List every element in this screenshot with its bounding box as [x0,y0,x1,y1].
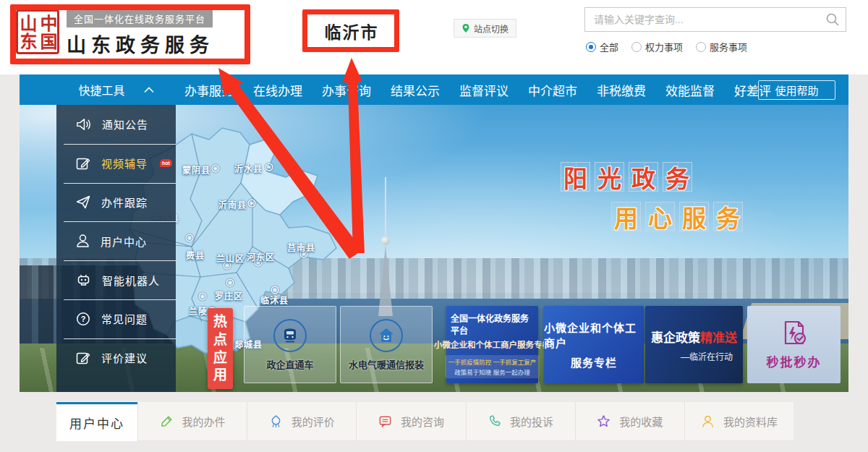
pencil-icon [160,414,174,428]
my-library-button[interactable]: 我的资料库 [684,402,793,440]
nav-item-feishui-jiaofei[interactable]: 非税缴费 [597,81,646,99]
sidebar-item-user-center[interactable]: 用户中心 [56,221,176,260]
robot-icon [76,273,91,287]
question-icon: ? [76,312,90,326]
sidebar-item-robot[interactable]: 智能机器人 [56,260,176,299]
phone-icon [488,414,501,428]
feedback-icon [76,351,90,365]
district-hedong[interactable]: 河东区 [247,250,275,263]
search-box [584,7,846,32]
my-complaints-button[interactable]: 我的投诉 [466,402,575,440]
scope-all[interactable]: 全部 [586,40,618,54]
flash-doc-icon [780,319,809,348]
site-switch-button[interactable]: 站点切换 [454,19,516,38]
tab-user-center[interactable]: 用户中心 [56,402,137,441]
sidebar-item-faq[interactable]: ? 常见问题 [56,299,176,338]
nav-item-jiandu-pingyi[interactable]: 监督评议 [459,81,509,99]
current-city: 临沂市 [304,9,399,52]
sidebar-item-feedback[interactable]: 评价建议 [56,338,176,378]
scope-power-items[interactable]: 权力事项 [631,40,683,54]
search-scope-group: 全部 权力事项 服务事项 [586,40,747,54]
card-utility-installation[interactable]: 水电气暖通信报装 [340,306,433,383]
paper-plane-icon [76,195,90,209]
user-center-bar: 用户中心 我的办件 我的评价 我的咨询 我的投诉 我的收藏 [56,402,793,441]
card-small-business-platform[interactable]: 全国一体化政务服务平台 小微企业和个体工商户服务专栏 一手抓疫情防控 一手抓复工… [446,306,538,383]
district-lanshan[interactable]: 兰山区 [216,252,244,264]
sidebar-item-tracking[interactable]: 办件跟踪 [56,183,176,222]
radio-selected-icon [586,42,596,52]
search-icon [825,12,840,27]
location-pin-icon [461,23,470,33]
video-edit-icon [76,156,90,171]
chevron-up-icon [144,87,154,93]
radio-icon [631,42,642,52]
banner: 平邑县 蒙阴县 沂水县 沂南县 费县 兰山区 河东区 莒南县 罗庄区 临沭县 兰… [20,105,848,392]
nav-items: 办事服务 在线办理 办事咨询 结果公示 监督评议 中介超市 非税缴费 效能监督 … [184,74,771,105]
hot-badge-icon: hot [160,159,172,167]
my-items-button[interactable]: 我的办件 [137,402,247,440]
search-button[interactable] [820,8,846,31]
district-mengyin[interactable]: 蒙阴县 [182,163,210,176]
district-yinan[interactable]: 沂南县 [218,198,247,210]
district-feixian[interactable]: 费县 [186,249,205,261]
sidebar-item-video-guide[interactable]: 视频辅导 hot [56,144,176,183]
card-small-business-column[interactable]: 小微企业和个体工商户 服务专栏 [544,306,644,383]
page-header: 中国山东 全国一体化在线政务服务平台 山东政务服务 临沂市 站点切换 全部 权力… [0,0,868,74]
nav-item-banshi-zixun[interactable]: 办事咨询 [322,81,371,99]
shandong-seal-logo: 中国山东 [16,9,59,54]
house-icon [377,326,396,345]
district-yishui[interactable]: 沂水县 [234,162,263,174]
quick-tools-toggle[interactable]: 快捷工具 [56,74,176,105]
card-gov-enterprise-express[interactable]: 政企直通车 [244,306,336,383]
slogan-line-2: 用 心 服 务 [611,202,743,231]
hot-apps-badge: 热点应用 [208,308,233,389]
my-reviews-button[interactable]: 我的评价 [247,402,356,440]
district-linshu[interactable]: 临沭县 [260,294,289,306]
nav-item-zhongjie-chaoshi[interactable]: 中介超市 [528,81,577,99]
flower-icon [269,414,283,428]
nav-item-zaixian-banli[interactable]: 在线办理 [253,81,302,99]
radio-icon [696,42,706,52]
sidebar-item-notice[interactable]: 通知公告 [56,105,176,144]
nav-item-banshi-fuwu[interactable]: 办事服务 [184,81,234,99]
speaker-icon [76,118,91,131]
my-inquiries-button[interactable]: 我的咨询 [356,402,465,440]
nav-item-jieguo-gongshi[interactable]: 结果公示 [391,81,440,99]
chat-icon [378,414,392,428]
nav-item-xiaoneng-jiandu[interactable]: 效能监督 [665,81,715,99]
scope-service-items[interactable]: 服务事项 [696,40,747,54]
card-enterprise-policy[interactable]: 惠企政策精准送 —临沂在行动 [645,306,743,383]
svg-text:?: ? [81,315,86,323]
site-title: 山东政务服务 [67,30,214,58]
train-icon [281,326,299,345]
card-instant-approval[interactable]: 秒批秒办 [747,306,841,383]
user-icon [76,234,90,248]
person-icon [701,414,715,428]
star-icon [597,414,610,428]
district-luozhuang[interactable]: 罗庄区 [215,289,243,302]
platform-badge: 全国一体化在线政务服务平台 [67,9,213,27]
quick-tools-panel: 通知公告 视频辅导 hot 办件跟踪 用户中心 [56,105,176,392]
slogan-line-1: 阳 光 政 务 [561,162,692,192]
search-input[interactable] [585,14,820,25]
help-button[interactable]: 使用帮助 [758,80,835,100]
my-favorites-button[interactable]: 我的收藏 [575,402,684,440]
main-nav: 快捷工具 办事服务 在线办理 办事咨询 结果公示 监督评议 中介超市 非税缴费 … [20,74,848,105]
logo: 中国山东 全国一体化在线政务服务平台 山东政务服务 [16,9,214,58]
district-junan[interactable]: 莒南县 [287,241,315,253]
